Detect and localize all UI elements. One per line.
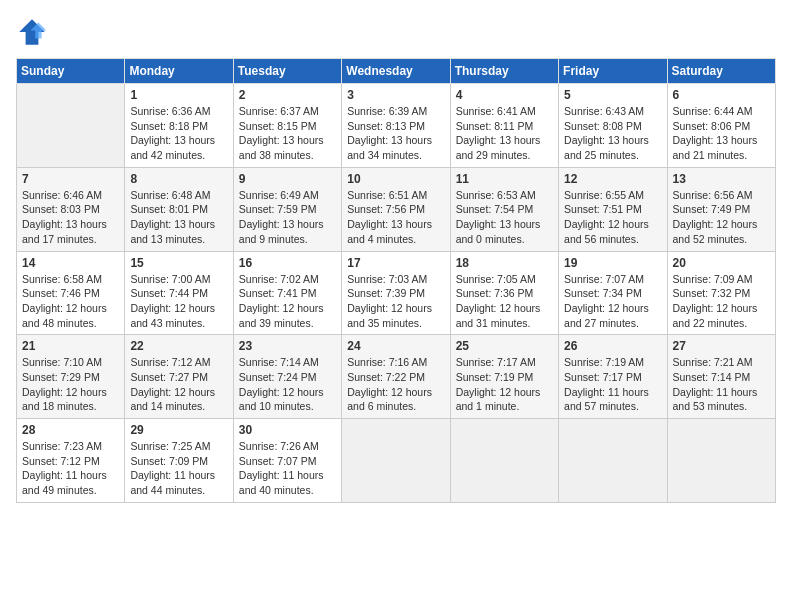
day-info: Sunrise: 6:51 AM Sunset: 7:56 PM Dayligh… [347,188,444,247]
calendar-cell: 3Sunrise: 6:39 AM Sunset: 8:13 PM Daylig… [342,84,450,168]
day-number: 13 [673,172,770,186]
day-number: 4 [456,88,553,102]
day-info: Sunrise: 7:16 AM Sunset: 7:22 PM Dayligh… [347,355,444,414]
weekday-header-thursday: Thursday [450,59,558,84]
calendar-cell [342,419,450,503]
calendar-cell: 7Sunrise: 6:46 AM Sunset: 8:03 PM Daylig… [17,167,125,251]
day-info: Sunrise: 6:58 AM Sunset: 7:46 PM Dayligh… [22,272,119,331]
day-number: 11 [456,172,553,186]
day-info: Sunrise: 7:17 AM Sunset: 7:19 PM Dayligh… [456,355,553,414]
day-number: 17 [347,256,444,270]
day-number: 30 [239,423,336,437]
calendar-cell: 9Sunrise: 6:49 AM Sunset: 7:59 PM Daylig… [233,167,341,251]
day-info: Sunrise: 6:36 AM Sunset: 8:18 PM Dayligh… [130,104,227,163]
day-info: Sunrise: 7:09 AM Sunset: 7:32 PM Dayligh… [673,272,770,331]
day-number: 25 [456,339,553,353]
day-info: Sunrise: 7:26 AM Sunset: 7:07 PM Dayligh… [239,439,336,498]
calendar-cell: 22Sunrise: 7:12 AM Sunset: 7:27 PM Dayli… [125,335,233,419]
calendar-cell: 12Sunrise: 6:55 AM Sunset: 7:51 PM Dayli… [559,167,667,251]
day-number: 15 [130,256,227,270]
week-row-4: 21Sunrise: 7:10 AM Sunset: 7:29 PM Dayli… [17,335,776,419]
day-number: 28 [22,423,119,437]
day-number: 7 [22,172,119,186]
day-info: Sunrise: 7:12 AM Sunset: 7:27 PM Dayligh… [130,355,227,414]
calendar-cell: 17Sunrise: 7:03 AM Sunset: 7:39 PM Dayli… [342,251,450,335]
week-row-5: 28Sunrise: 7:23 AM Sunset: 7:12 PM Dayli… [17,419,776,503]
day-info: Sunrise: 7:25 AM Sunset: 7:09 PM Dayligh… [130,439,227,498]
day-number: 9 [239,172,336,186]
day-info: Sunrise: 6:37 AM Sunset: 8:15 PM Dayligh… [239,104,336,163]
day-number: 20 [673,256,770,270]
day-info: Sunrise: 6:48 AM Sunset: 8:01 PM Dayligh… [130,188,227,247]
weekday-header-monday: Monday [125,59,233,84]
calendar-cell: 30Sunrise: 7:26 AM Sunset: 7:07 PM Dayli… [233,419,341,503]
calendar-cell: 13Sunrise: 6:56 AM Sunset: 7:49 PM Dayli… [667,167,775,251]
day-number: 16 [239,256,336,270]
calendar-cell: 26Sunrise: 7:19 AM Sunset: 7:17 PM Dayli… [559,335,667,419]
calendar-cell: 16Sunrise: 7:02 AM Sunset: 7:41 PM Dayli… [233,251,341,335]
day-info: Sunrise: 6:41 AM Sunset: 8:11 PM Dayligh… [456,104,553,163]
calendar-table: SundayMondayTuesdayWednesdayThursdayFrid… [16,58,776,503]
day-info: Sunrise: 7:23 AM Sunset: 7:12 PM Dayligh… [22,439,119,498]
day-number: 10 [347,172,444,186]
calendar-cell [667,419,775,503]
calendar-cell: 14Sunrise: 6:58 AM Sunset: 7:46 PM Dayli… [17,251,125,335]
calendar-cell [17,84,125,168]
day-number: 19 [564,256,661,270]
day-number: 3 [347,88,444,102]
day-info: Sunrise: 7:00 AM Sunset: 7:44 PM Dayligh… [130,272,227,331]
page-header [16,16,776,48]
calendar-cell: 21Sunrise: 7:10 AM Sunset: 7:29 PM Dayli… [17,335,125,419]
day-info: Sunrise: 6:39 AM Sunset: 8:13 PM Dayligh… [347,104,444,163]
week-row-3: 14Sunrise: 6:58 AM Sunset: 7:46 PM Dayli… [17,251,776,335]
calendar-cell: 11Sunrise: 6:53 AM Sunset: 7:54 PM Dayli… [450,167,558,251]
calendar-cell: 23Sunrise: 7:14 AM Sunset: 7:24 PM Dayli… [233,335,341,419]
day-number: 23 [239,339,336,353]
day-info: Sunrise: 7:03 AM Sunset: 7:39 PM Dayligh… [347,272,444,331]
day-number: 5 [564,88,661,102]
day-info: Sunrise: 6:56 AM Sunset: 7:49 PM Dayligh… [673,188,770,247]
day-info: Sunrise: 6:46 AM Sunset: 8:03 PM Dayligh… [22,188,119,247]
day-info: Sunrise: 6:55 AM Sunset: 7:51 PM Dayligh… [564,188,661,247]
calendar-cell: 20Sunrise: 7:09 AM Sunset: 7:32 PM Dayli… [667,251,775,335]
day-info: Sunrise: 7:19 AM Sunset: 7:17 PM Dayligh… [564,355,661,414]
day-number: 27 [673,339,770,353]
day-info: Sunrise: 7:21 AM Sunset: 7:14 PM Dayligh… [673,355,770,414]
day-number: 1 [130,88,227,102]
calendar-cell [450,419,558,503]
day-info: Sunrise: 7:10 AM Sunset: 7:29 PM Dayligh… [22,355,119,414]
calendar-cell: 24Sunrise: 7:16 AM Sunset: 7:22 PM Dayli… [342,335,450,419]
calendar-cell: 2Sunrise: 6:37 AM Sunset: 8:15 PM Daylig… [233,84,341,168]
calendar-cell: 10Sunrise: 6:51 AM Sunset: 7:56 PM Dayli… [342,167,450,251]
calendar-cell: 6Sunrise: 6:44 AM Sunset: 8:06 PM Daylig… [667,84,775,168]
calendar-cell: 1Sunrise: 6:36 AM Sunset: 8:18 PM Daylig… [125,84,233,168]
weekday-header-friday: Friday [559,59,667,84]
day-number: 24 [347,339,444,353]
day-info: Sunrise: 7:02 AM Sunset: 7:41 PM Dayligh… [239,272,336,331]
day-number: 18 [456,256,553,270]
day-number: 22 [130,339,227,353]
day-info: Sunrise: 6:53 AM Sunset: 7:54 PM Dayligh… [456,188,553,247]
day-number: 12 [564,172,661,186]
weekday-header-wednesday: Wednesday [342,59,450,84]
calendar-cell: 15Sunrise: 7:00 AM Sunset: 7:44 PM Dayli… [125,251,233,335]
day-number: 8 [130,172,227,186]
day-number: 21 [22,339,119,353]
day-info: Sunrise: 7:07 AM Sunset: 7:34 PM Dayligh… [564,272,661,331]
calendar-cell: 29Sunrise: 7:25 AM Sunset: 7:09 PM Dayli… [125,419,233,503]
weekday-header-sunday: Sunday [17,59,125,84]
day-info: Sunrise: 7:05 AM Sunset: 7:36 PM Dayligh… [456,272,553,331]
calendar-cell: 19Sunrise: 7:07 AM Sunset: 7:34 PM Dayli… [559,251,667,335]
calendar-cell: 5Sunrise: 6:43 AM Sunset: 8:08 PM Daylig… [559,84,667,168]
calendar-cell: 27Sunrise: 7:21 AM Sunset: 7:14 PM Dayli… [667,335,775,419]
weekday-header-saturday: Saturday [667,59,775,84]
day-info: Sunrise: 6:49 AM Sunset: 7:59 PM Dayligh… [239,188,336,247]
day-number: 2 [239,88,336,102]
calendar-cell: 8Sunrise: 6:48 AM Sunset: 8:01 PM Daylig… [125,167,233,251]
day-number: 6 [673,88,770,102]
weekday-header-row: SundayMondayTuesdayWednesdayThursdayFrid… [17,59,776,84]
week-row-2: 7Sunrise: 6:46 AM Sunset: 8:03 PM Daylig… [17,167,776,251]
weekday-header-tuesday: Tuesday [233,59,341,84]
calendar-cell: 18Sunrise: 7:05 AM Sunset: 7:36 PM Dayli… [450,251,558,335]
calendar-cell: 28Sunrise: 7:23 AM Sunset: 7:12 PM Dayli… [17,419,125,503]
